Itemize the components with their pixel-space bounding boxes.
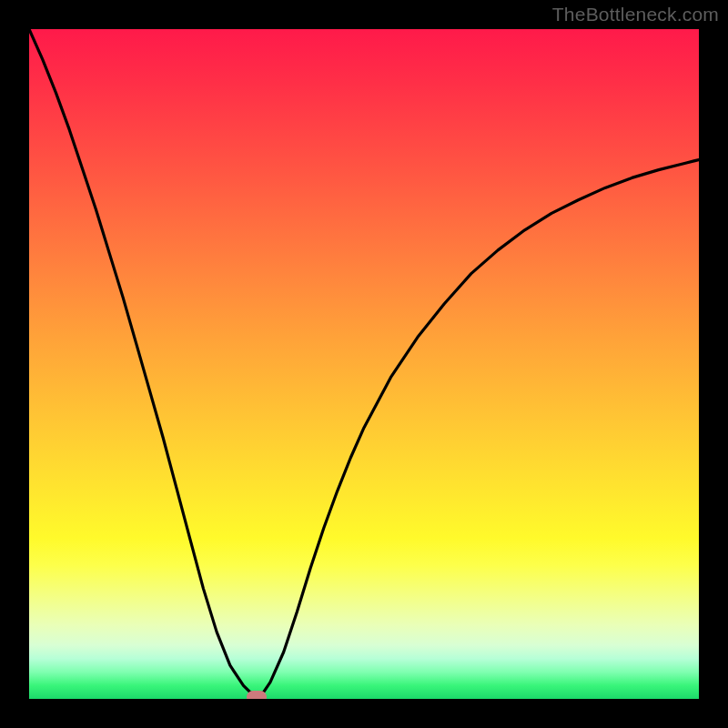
- plot-area: [29, 29, 699, 699]
- watermark-text: TheBottleneck.com: [552, 4, 719, 25]
- optimal-point-marker: [247, 691, 267, 699]
- curve-layer: [29, 29, 699, 699]
- bottleneck-curve: [29, 29, 699, 695]
- chart-frame: TheBottleneck.com: [0, 0, 728, 728]
